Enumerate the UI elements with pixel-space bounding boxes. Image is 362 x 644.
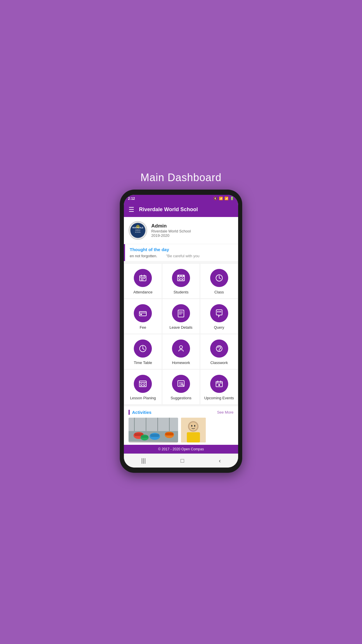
class-label: Class bbox=[214, 290, 224, 294]
fee-label: Fee bbox=[140, 325, 146, 330]
query-label: Query bbox=[214, 325, 224, 330]
svg-rect-22 bbox=[183, 275, 184, 276]
status-bar: 2:12 🔇 📶 📶 🔋 bbox=[124, 195, 238, 202]
svg-rect-14 bbox=[141, 279, 142, 280]
menu-item-classwork[interactable]: Classwork bbox=[200, 334, 238, 369]
svg-point-26 bbox=[219, 277, 219, 278]
app-bar-title: Riverdale World School bbox=[139, 206, 198, 213]
activity-image-2 bbox=[181, 418, 206, 442]
svg-rect-72 bbox=[150, 434, 159, 437]
svg-point-51 bbox=[140, 384, 142, 385]
profile-info: Admin Riverdale World School 2019-2020 bbox=[151, 223, 191, 238]
suggestions-label: Suggestions bbox=[171, 396, 191, 400]
menu-grid: Attendance St bbox=[124, 263, 238, 405]
homework-icon bbox=[172, 340, 190, 358]
mute-icon: 🔇 bbox=[213, 197, 217, 200]
navigation-bar: ||| □ ‹ bbox=[124, 454, 238, 468]
svg-rect-79 bbox=[187, 432, 200, 442]
attendance-label: Attendance bbox=[133, 290, 152, 294]
attendance-icon bbox=[134, 269, 152, 287]
recent-apps-button[interactable]: ||| bbox=[141, 457, 146, 464]
svg-rect-20 bbox=[178, 275, 179, 276]
hamburger-menu-button[interactable]: ☰ bbox=[129, 206, 134, 214]
students-icon bbox=[172, 269, 190, 287]
menu-item-attendance[interactable]: Attendance bbox=[124, 263, 162, 299]
menu-item-fee[interactable]: Fee bbox=[124, 299, 162, 334]
svg-text:SCHOOL: SCHOOL bbox=[135, 232, 141, 233]
menu-item-students[interactable]: Students bbox=[162, 263, 200, 299]
page-title: Main Dashboard bbox=[140, 172, 222, 184]
svg-text:WORLD: WORLD bbox=[135, 229, 140, 231]
school-name-label: Riverdale World School bbox=[151, 229, 191, 233]
menu-item-leave-details[interactable]: Leave Details bbox=[162, 299, 200, 334]
svg-point-43 bbox=[143, 348, 143, 349]
homework-label: Homework bbox=[172, 360, 190, 365]
status-icons: 🔇 📶 📶 🔋 bbox=[213, 197, 234, 200]
status-time: 2:12 bbox=[128, 197, 135, 201]
svg-point-34 bbox=[179, 312, 180, 312]
svg-rect-74 bbox=[165, 433, 173, 435]
admin-name: Admin bbox=[151, 223, 191, 229]
battery-icon: 🔋 bbox=[230, 197, 234, 200]
svg-point-48 bbox=[219, 350, 219, 351]
thought-text-left: en not forgotten. bbox=[130, 254, 157, 258]
footer-text: © 2017 - 2020 Open Compas bbox=[158, 447, 204, 451]
menu-item-lesson-planing[interactable]: Lesson Planing bbox=[124, 369, 162, 405]
svg-point-52 bbox=[143, 384, 145, 385]
students-label: Students bbox=[173, 290, 188, 294]
svg-point-18 bbox=[179, 278, 180, 279]
menu-item-query[interactable]: Query bbox=[200, 299, 238, 334]
thought-text: en not forgotten. "Be careful with you bbox=[130, 254, 233, 258]
upcoming-events-label: Upcoming Events bbox=[204, 396, 234, 400]
class-icon bbox=[210, 269, 228, 287]
time-table-label: Time Table bbox=[134, 360, 152, 365]
home-button[interactable]: □ bbox=[180, 457, 184, 464]
menu-item-homework[interactable]: Homework bbox=[162, 334, 200, 369]
svg-rect-76 bbox=[141, 435, 148, 438]
svg-rect-13 bbox=[144, 278, 145, 279]
classwork-icon bbox=[210, 340, 228, 358]
app-bar: ☰ Riverdale World School bbox=[124, 202, 238, 217]
wifi-icon: 📶 bbox=[219, 197, 223, 200]
svg-rect-27 bbox=[139, 312, 146, 316]
svg-rect-30 bbox=[178, 310, 184, 317]
year-label: 2019-2020 bbox=[151, 233, 191, 238]
activities-images bbox=[129, 418, 233, 442]
lesson-planing-icon bbox=[134, 375, 152, 393]
phone-frame: 2:12 🔇 📶 📶 🔋 ☰ Riverdale World School RI… bbox=[120, 190, 242, 473]
menu-item-class[interactable]: Class bbox=[200, 263, 238, 299]
classwork-label: Classwork bbox=[210, 360, 228, 365]
activities-section: Activities See More bbox=[124, 405, 238, 445]
leave-details-icon bbox=[172, 304, 190, 322]
phone-screen: 2:12 🔇 📶 📶 🔋 ☰ Riverdale World School RI… bbox=[124, 195, 238, 468]
svg-rect-29 bbox=[140, 314, 142, 315]
profile-section: RIVERDALE WORLD SCHOOL Admin Riverdale W… bbox=[124, 217, 238, 244]
svg-point-38 bbox=[217, 311, 218, 312]
see-more-button[interactable]: See More bbox=[217, 410, 233, 414]
svg-point-81 bbox=[191, 425, 192, 427]
suggestions-icon bbox=[172, 375, 190, 393]
activities-title: Activities bbox=[132, 410, 152, 415]
svg-rect-15 bbox=[142, 279, 143, 280]
school-logo: RIVERDALE WORLD SCHOOL bbox=[129, 221, 147, 240]
svg-point-37 bbox=[219, 311, 220, 312]
back-button[interactable]: ‹ bbox=[219, 457, 221, 464]
thought-title: Thought of the day bbox=[130, 247, 233, 252]
signal-icon: 📶 bbox=[224, 197, 229, 200]
svg-point-36 bbox=[179, 314, 180, 314]
svg-point-82 bbox=[194, 425, 195, 427]
svg-point-35 bbox=[179, 313, 180, 313]
menu-item-suggestions[interactable]: Suggestions bbox=[162, 369, 200, 405]
menu-item-time-table[interactable]: Time Table bbox=[124, 334, 162, 369]
svg-rect-21 bbox=[180, 275, 182, 276]
activities-header: Activities See More bbox=[129, 410, 233, 415]
app-footer: © 2017 - 2020 Open Compas bbox=[124, 445, 238, 454]
query-icon bbox=[210, 304, 228, 322]
svg-point-39 bbox=[220, 311, 221, 312]
upcoming-events-icon bbox=[210, 375, 228, 393]
activity-image-1 bbox=[129, 418, 178, 442]
svg-rect-11 bbox=[141, 278, 142, 279]
thought-section: Thought of the day en not forgotten. "Be… bbox=[124, 244, 238, 261]
menu-item-upcoming-events[interactable]: Upcoming Events bbox=[200, 369, 238, 405]
lesson-planing-label: Lesson Planing bbox=[130, 396, 156, 400]
